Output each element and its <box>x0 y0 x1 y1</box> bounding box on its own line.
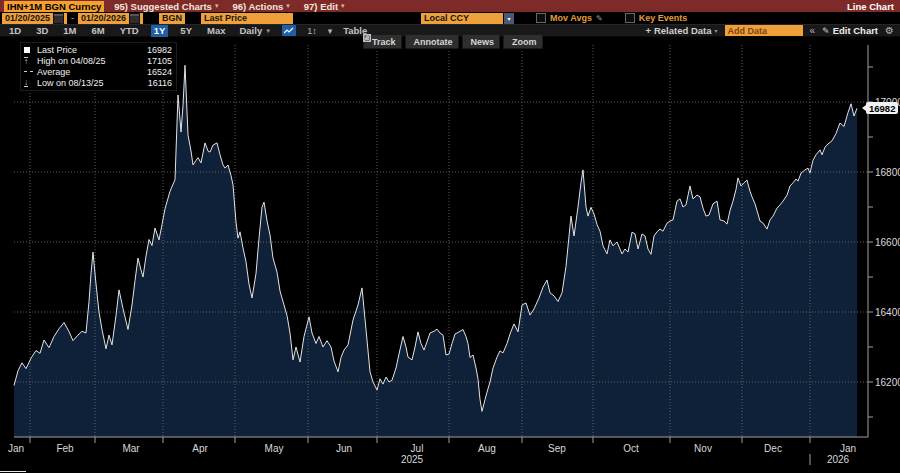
legend-row: Average16524 <box>24 66 172 77</box>
legend-value: 16524 <box>147 67 172 77</box>
legend-value: 16116 <box>148 78 172 88</box>
range-3d[interactable]: 3D <box>33 25 51 37</box>
menu--suggested-charts[interactable]: 95) Suggested Charts▾ <box>114 1 218 12</box>
svg-text:Jun: Jun <box>336 443 352 454</box>
legend-label: Average <box>37 67 147 77</box>
annotate-button[interactable]: Annotate <box>405 34 459 49</box>
y-axis-labels: 1700016800166001640016200 <box>868 67 900 417</box>
menu--edit[interactable]: 97) Edit▾ <box>304 1 345 12</box>
pricing-source-field[interactable]: BGN <box>159 13 185 24</box>
edit-chart-label: Edit Chart <box>833 25 878 36</box>
related-data-button[interactable]: + Related Data ▾ <box>645 25 717 36</box>
svg-text:16200: 16200 <box>875 377 900 388</box>
x-axis-labels: JanFebMarAprMayJunJulAugSepOctNovDecJan2… <box>8 437 856 465</box>
screen-title: Line Chart <box>847 1 896 12</box>
currency-field[interactable]: Local CCY <box>421 13 503 24</box>
bloomberg-line-chart-window: IHN+1M BGN Curncy 95) Suggested Charts▾9… <box>0 0 900 473</box>
chart-legend[interactable]: Last Price16982↑High on 04/08/2517105Ave… <box>20 42 177 91</box>
frequency-value: Daily <box>239 25 262 36</box>
range-max[interactable]: Max <box>204 25 228 37</box>
tool-label: Zoom <box>512 37 537 47</box>
date-to-field[interactable]: 01/20/2026 <box>78 13 143 24</box>
add-data-input[interactable] <box>725 25 803 36</box>
key-events-checkbox[interactable] <box>625 13 635 23</box>
plus-icon: + <box>645 25 651 36</box>
legend-label: Low on 08/13/25 <box>37 78 148 88</box>
frequency-selector[interactable]: Daily ▼ <box>239 25 271 36</box>
currency-dropdown-icon[interactable]: ▾ <box>504 13 514 24</box>
security-ticker-field[interactable]: IHN+1M BGN Curncy <box>4 1 104 12</box>
svg-text:16800: 16800 <box>875 167 900 178</box>
menu-label: 95) Suggested Charts <box>114 1 212 12</box>
svg-text:Dec: Dec <box>764 443 782 454</box>
svg-text:Jul: Jul <box>411 443 424 454</box>
date-to-value: 01/20/2026 <box>81 13 126 23</box>
range-selector: 1D3D1M6MYTD1Y5YMax <box>6 25 228 37</box>
svg-text:2025: 2025 <box>401 454 424 465</box>
related-data-label: Related Data <box>654 25 712 36</box>
high-arrow-icon: ↑ <box>24 57 37 65</box>
svg-text:Aug: Aug <box>478 443 496 454</box>
svg-text:Mar: Mar <box>122 443 140 454</box>
svg-text:Oct: Oct <box>623 443 639 454</box>
menu--actions[interactable]: 96) Actions▾ <box>232 1 289 12</box>
edit-chart-button[interactable]: ✎ Edit Chart <box>822 25 878 36</box>
svg-text:2026: 2026 <box>827 454 850 465</box>
field-bar: 01/20/2025 - 01/20/2026 BGN Last Price L… <box>0 12 900 24</box>
mov-avgs-pencil-icon[interactable]: ✎ <box>596 14 603 23</box>
legend-row: Last Price16982 <box>24 44 172 55</box>
mov-avgs-label: Mov Avgs <box>550 13 592 23</box>
pencil-icon: ✎ <box>822 26 830 36</box>
low-arrow-icon: ↓ <box>24 79 37 87</box>
settings-gear-icon[interactable]: ⚙ <box>885 25 894 36</box>
range-6m[interactable]: 6M <box>89 25 108 37</box>
svg-text:May: May <box>265 443 284 454</box>
calendar-icon[interactable] <box>53 13 64 24</box>
svg-text:16600: 16600 <box>875 237 900 248</box>
menu-label: 96) Actions <box>232 1 283 12</box>
mov-avgs-checkbox[interactable] <box>536 13 546 23</box>
legend-label: Last Price <box>37 45 147 55</box>
menu-label: 97) Edit <box>304 1 338 12</box>
legend-label: High on 04/08/25 <box>37 56 147 66</box>
range-1y[interactable]: 1Y <box>151 25 169 37</box>
chart-options-caret-icon[interactable]: ▾ <box>328 26 333 36</box>
legend-row: ↓Low on 08/13/2516116 <box>24 77 172 88</box>
date-range-separator: - <box>71 13 74 23</box>
range-5y[interactable]: 5Y <box>177 25 195 37</box>
date-from-value: 01/20/2025 <box>5 13 50 23</box>
news-button[interactable]: News <box>462 34 501 49</box>
price-field-selector[interactable]: Last Price <box>201 13 293 24</box>
caret-down-icon: ▾ <box>286 2 290 10</box>
period-bar-right: + Related Data ▾ « ✎ Edit Chart ⚙ <box>645 25 894 36</box>
key-events-label: Key Events <box>639 13 688 23</box>
legend-row: ↑High on 04/08/2517105 <box>24 55 172 66</box>
tool-label: Annotate <box>414 37 453 47</box>
svg-text:16400: 16400 <box>875 307 900 318</box>
legend-value: 16982 <box>147 45 172 55</box>
command-bar: IHN+1M BGN Curncy 95) Suggested Charts▾9… <box>0 0 900 12</box>
range-1m[interactable]: 1M <box>60 25 79 37</box>
tool-label: Track <box>372 37 396 47</box>
svg-text:Apr: Apr <box>192 443 208 454</box>
axis-sort-icon[interactable]: 1↕ <box>307 26 317 36</box>
date-from-field[interactable]: 01/20/2025 <box>2 13 67 24</box>
related-data-caret-icon: ▾ <box>715 27 718 34</box>
scroll-artifact <box>0 471 26 472</box>
caret-down-icon: ▾ <box>215 2 219 10</box>
chart-toolbar: TrackAnnotateNewsZoom <box>363 34 543 49</box>
svg-text:Sep: Sep <box>548 443 566 454</box>
calendar-icon[interactable] <box>129 13 140 24</box>
svg-text:Nov: Nov <box>694 443 712 454</box>
chart-svg: 1700016800166001640016200JanFebMarAprMay… <box>0 37 900 473</box>
menu-container: 95) Suggested Charts▾96) Actions▾97) Edi… <box>114 1 344 12</box>
svg-text:Jan: Jan <box>840 443 856 454</box>
chart-type-line-icon[interactable] <box>282 25 296 36</box>
range-1d[interactable]: 1D <box>6 25 24 37</box>
area-fill <box>14 65 857 437</box>
collapse-panel-icon[interactable]: « <box>810 25 816 36</box>
range-ytd[interactable]: YTD <box>117 25 142 37</box>
frequency-caret-icon: ▼ <box>265 28 271 34</box>
legend-value: 17105 <box>147 56 172 66</box>
zoom-button[interactable]: Zoom <box>503 34 543 49</box>
